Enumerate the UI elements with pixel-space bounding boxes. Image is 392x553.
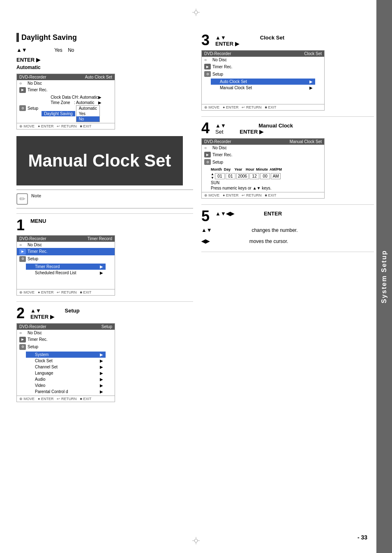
dvd-s2-setup-row: ⚙ Setup — [17, 343, 115, 351]
daylight-saving-label: Daylight Saving — [42, 111, 75, 116]
col-hour: Hour — [246, 167, 254, 171]
dvd-s1-menu: Timer Record ▶ Scheduled Record List ▶ — [17, 263, 115, 277]
col-month: Month — [211, 167, 222, 171]
clock-data-ch: Clock Data CH : Automatic ▶ — [42, 95, 104, 100]
daylight-heading: Daylight Saving — [16, 33, 193, 42]
note-icon: ✏ — [16, 193, 28, 205]
dvd-s3-menu: Auto Clock Set ▶ Manual Clock Set ▶ — [202, 78, 324, 92]
step4-right-label: Manual Clock — [258, 123, 293, 129]
step1-number: 1 — [16, 218, 25, 233]
s2-video: Video ▶ — [26, 382, 106, 389]
step2-number: 2 — [16, 306, 25, 321]
dvd-s3-timer-row: ▶ Timer Rec. — [202, 63, 324, 70]
step4-block: 4 ▲▼ Manual Clock Set ENTER ▶ — [201, 121, 374, 199]
dvd-s2-footer: ⊕ MOVE ● ENTER ↩ RETURN ■ EXIT — [17, 396, 115, 402]
submenu-no: No — [76, 116, 99, 122]
step4-header: 4 ▲▼ Manual Clock Set ENTER ▶ — [201, 121, 374, 136]
field-ampm: AM — [271, 173, 281, 179]
step2-arrows: ▲▼ — [30, 308, 41, 314]
step5-lr-arrows: ◀▶ — [201, 238, 210, 244]
step3-header: 3 ▲▼ Clock Set ENTER ▶ — [201, 33, 374, 48]
field-month: 01 — [215, 173, 225, 179]
s1-setup-icon: ⚙ — [19, 256, 26, 262]
s2-language: Language ▶ — [26, 370, 106, 376]
dvd-s4-no-disc: ○ No Disc — [202, 145, 324, 151]
step1-header: 1 MENU — [16, 218, 193, 233]
right-column: 3 ▲▼ Clock Set ENTER ▶ DVD-Recorder Cloc… — [201, 33, 374, 256]
step5-updown-text: changes the number. — [251, 227, 297, 233]
dvd-daylight-footer: ⊕ MOVE ● ENTER ↩ RETURN ■ EXIT — [17, 123, 115, 129]
s3-spacer — [202, 92, 324, 104]
step3-arrows: ▲▼ — [215, 35, 226, 41]
submenu-yes: Yes — [76, 111, 99, 116]
dvd-daylight-header: DVD-Recorder Auto Clock Set — [17, 74, 115, 80]
daylight-saving-row: Daylight Saving Automatic Yes No — [42, 105, 104, 122]
note-label: Note — [31, 193, 41, 198]
field-day: 01 — [226, 173, 235, 179]
dvd-header-left: DVD-Recorder — [19, 75, 46, 79]
clock-values-row: ▲▼ 01 01 2006 12 00 AM — [205, 172, 321, 180]
step2-block: 2 ▲▼ Setup ENTER ▶ DVD-Recorder Setup — [16, 306, 193, 402]
dvd-s4-setup-row: ⚙ Setup — [202, 158, 324, 166]
dvd-s2-menu: System ▶ Clock Set ▶ Channel Set ▶ Langu… — [17, 351, 115, 396]
manual-clock-box: Manual Clock Set — [16, 136, 183, 185]
step3-block: 3 ▲▼ Clock Set ENTER ▶ DVD-Recorder Cloc… — [201, 33, 374, 111]
dvd-s1-no-disc: ○ No Disc — [17, 242, 115, 248]
setup-icon: ⚙ — [19, 105, 26, 111]
dvd-daylight-box: DVD-Recorder Auto Clock Set ○ No Disc ▶ … — [16, 74, 115, 130]
daylight-submenu: Automatic Yes No — [76, 105, 100, 122]
dvd-s1-header-right: Timer Record — [88, 236, 112, 241]
s2-audio: Audio ▶ — [26, 376, 106, 382]
dvd-step2-header: DVD-Recorder Setup — [17, 324, 115, 330]
dvd-s2-header-right: Setup — [101, 324, 112, 329]
step2-instruction: ▲▼ Setup — [30, 308, 80, 314]
daylight-yes: Yes — [54, 47, 62, 53]
daylight-enter: ENTER ▶ — [16, 57, 193, 63]
dvd-daylight-menu: Clock Data CH : Automatic ▶ Time Zone : … — [42, 95, 104, 122]
step1-block: 1 MENU DVD-Recorder Timer Record ○ No Di… — [16, 218, 193, 296]
step2-enter: ENTER ▶ — [30, 314, 80, 320]
dvd-s3-footer: ⊕ MOVE ● ENTER ↩ RETURN ■ EXIT — [202, 104, 324, 110]
s2-timer-icon: ▶ — [19, 337, 26, 342]
dvd-no-disc: ○ No Disc — [17, 80, 115, 86]
daylight-instruction: ▲▼ Yes No — [16, 46, 193, 54]
step4-number: 4 — [201, 121, 210, 136]
day-label: SUN — [205, 180, 321, 185]
svg-point-5 — [194, 539, 198, 542]
dvd-step3-header: DVD-Recorder Clock Set — [202, 51, 324, 57]
step5-block: 5 ▲▼◀▶ ENTER ▲▼ changes — [201, 209, 374, 246]
step5-lr-text: moves the cursor. — [249, 238, 288, 244]
s1-spacer — [17, 277, 115, 289]
step5-header: 5 ▲▼◀▶ ENTER — [201, 209, 374, 224]
step4-set-label: Set — [215, 129, 224, 135]
s3-timer-icon: ▶ — [204, 64, 211, 69]
daylight-auto: Automatic — [16, 65, 193, 70]
dvd-setup-row: ⚙ Setup Clock Data CH : Automatic ▶ Time… — [17, 94, 115, 123]
step1-content: MENU — [30, 218, 46, 226]
step5-description: ▲▼ changes the number. ◀▶ moves the curs… — [201, 226, 374, 246]
dvd-step4-header: DVD-Recorder Manual Clock Set — [202, 139, 324, 145]
dvd-s4-clock-entry: Month Day Year Hour Minute AM/PM ▲▼ 01 0… — [202, 166, 324, 192]
dvd-s4-header-right: Manual Clock Set — [290, 139, 322, 144]
s1-timer-icon: ▶ — [19, 249, 26, 255]
col-year: Year — [233, 167, 244, 171]
dvd-s2-header-left: DVD-Recorder — [19, 324, 46, 329]
divider-5 — [201, 252, 374, 252]
step4-enter: ENTER ▶ — [240, 129, 263, 135]
crosshair-bottom-decoration — [192, 537, 200, 545]
manual-clock-title: Manual Clock Set — [28, 151, 171, 171]
step5-lr-desc: ◀▶ moves the cursor. — [201, 237, 374, 246]
s2-clock-set: Clock Set ▶ — [26, 358, 106, 364]
time-zone: Time Zone : Automatic ▶ — [42, 100, 104, 105]
col-ampm: AM/PM — [270, 167, 282, 171]
s2-channel-set: Channel Set ▶ — [26, 364, 106, 370]
step5-enter: ENTER — [264, 211, 282, 217]
dvd-s3-header-left: DVD-Recorder — [204, 51, 231, 56]
dvd-s2-timer-row: ▶ Timer Rec. — [17, 336, 115, 343]
dvd-s1-timer-row: ▶ Timer Rec. — [17, 248, 115, 255]
dvd-step2-box: DVD-Recorder Setup ○ No Disc ▶ Timer Rec… — [16, 323, 115, 402]
step5-updown-desc: ▲▼ changes the number. — [201, 226, 374, 235]
dvd-step3-box: DVD-Recorder Clock Set ○ No Disc ▶ Timer… — [201, 50, 325, 111]
step4-set-enter: Set ENTER ▶ — [215, 129, 293, 135]
dvd-s3-no-disc: ○ No Disc — [202, 57, 324, 63]
